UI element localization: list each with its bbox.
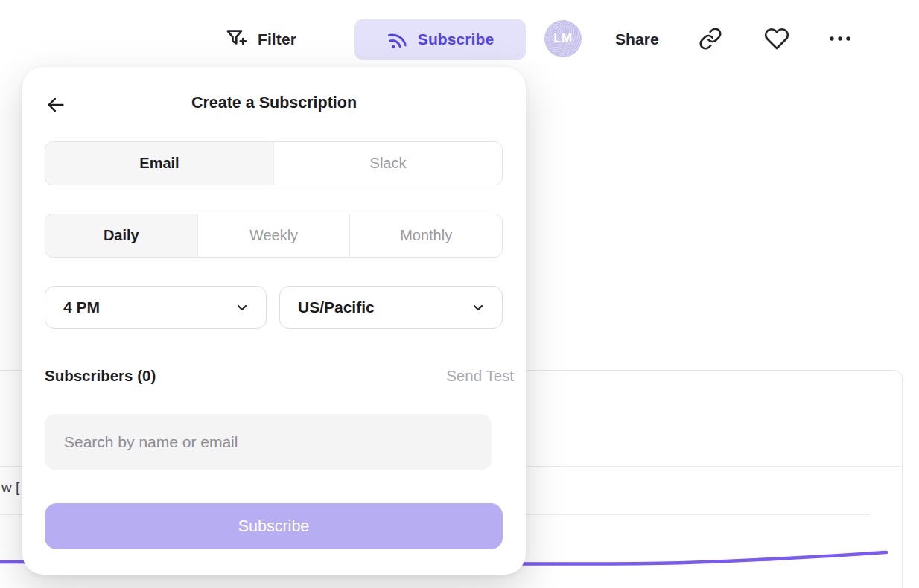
timezone-select-value: US/Pacific [298, 298, 375, 316]
chevron-down-icon [235, 300, 249, 315]
page: w [ Filter Subscribe [0, 0, 919, 588]
heart-icon [764, 26, 789, 51]
subscribe-toolbar-button[interactable]: Subscribe [354, 19, 526, 60]
rss-icon [384, 26, 411, 53]
tab-email[interactable]: Email [45, 142, 274, 185]
share-label: Share [615, 31, 659, 48]
chevron-down-icon [471, 300, 486, 315]
time-select[interactable]: 4 PM [45, 286, 267, 329]
tab-daily[interactable]: Daily [45, 214, 198, 257]
filter-button[interactable]: Filter [223, 19, 296, 60]
link-icon [699, 27, 722, 51]
subscribe-submit-button[interactable]: Subscribe [45, 503, 503, 549]
filter-plus-icon [223, 27, 249, 52]
subscribe-toolbar-label: Subscribe [418, 31, 494, 48]
channel-tabs: Email Slack [45, 141, 503, 185]
create-subscription-popover: Create a Subscription Email Slack Daily … [22, 67, 526, 575]
timezone-select[interactable]: US/Pacific [279, 286, 503, 329]
share-button[interactable]: Share [615, 19, 659, 60]
send-test-link[interactable]: Send Test [446, 367, 514, 385]
tab-monthly[interactable]: Monthly [350, 214, 502, 257]
avatar[interactable]: LM [544, 20, 582, 57]
tab-slack[interactable]: Slack [274, 142, 502, 185]
ellipsis-icon [826, 25, 854, 53]
toolbar: Filter Subscribe LM Share [0, 0, 919, 68]
favorite-button[interactable] [763, 25, 790, 52]
time-select-value: 4 PM [63, 298, 100, 316]
copy-link-button[interactable] [697, 25, 724, 52]
avatar-initials: LM [553, 31, 573, 46]
popover-title: Create a Subscription [22, 94, 526, 112]
subscriber-search-input[interactable] [45, 414, 492, 470]
more-options-button[interactable] [827, 25, 853, 52]
clipped-legend-text: w [ [1, 479, 19, 496]
filter-label: Filter [258, 31, 296, 48]
frequency-tabs: Daily Weekly Monthly [45, 214, 503, 258]
subscribers-count-label: Subscribers (0) [45, 367, 156, 385]
popover-header: Create a Subscription [22, 88, 526, 121]
subscribers-row: Subscribers (0) Send Test [45, 367, 514, 385]
tab-weekly[interactable]: Weekly [198, 214, 351, 257]
